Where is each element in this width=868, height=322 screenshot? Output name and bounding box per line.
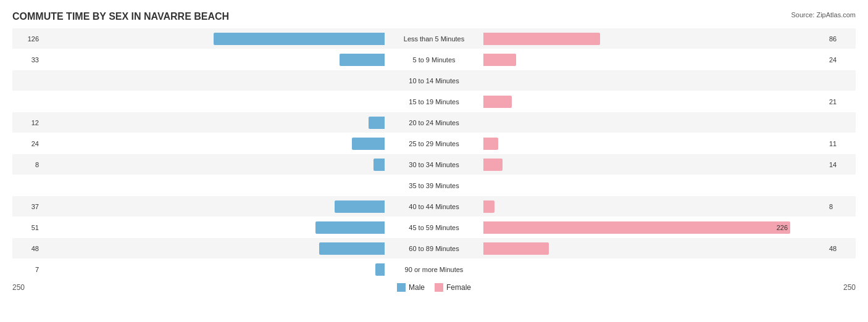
legend-male-label: Male [409,283,425,292]
bar-section: 15 to 19 Minutes [42,91,826,112]
male-value: 33 [12,56,42,64]
row-label: 25 to 29 Minutes [385,140,483,147]
table-row: 24 25 to 29 Minutes 11 [12,133,856,154]
male-bars [42,221,385,234]
bar-male [319,242,385,255]
female-bars [483,180,826,192]
female-bars [483,96,826,108]
female-bars: 226 [483,221,826,234]
female-bars [483,242,826,255]
chart-container: COMMUTE TIME BY SEX IN NAVARRE BEACH Sou… [0,0,868,322]
legend-male-box [397,283,406,292]
male-value: 37 [12,203,42,210]
row-label: 90 or more Minutes [385,266,483,273]
row-label: 40 to 44 Minutes [385,203,483,210]
male-bars [42,33,385,45]
bar-section: 20 to 24 Minutes [42,112,826,133]
chart-footer: 250 Male Female 250 [12,283,856,292]
bar-section: 30 to 34 Minutes [42,154,826,175]
male-value: 7 [12,266,42,273]
male-bars [42,159,385,171]
table-row: 33 5 to 9 Minutes 24 [12,49,856,70]
bar-male [373,159,385,171]
male-value: 12 [12,119,42,126]
table-row: 10 to 14 Minutes [12,70,856,91]
bar-male [315,221,385,234]
female-bars [483,138,826,150]
male-bars [42,75,385,87]
male-bars [42,200,385,213]
bar-section: 25 to 29 Minutes [42,133,826,154]
female-value: 21 [826,98,856,105]
footer-right-scale: 250 [819,283,856,292]
female-value: 14 [826,161,856,168]
chart-title: COMMUTE TIME BY SEX IN NAVARRE BEACH [12,11,856,22]
source-label: Source: ZipAtlas.com [791,11,856,19]
female-value: 48 [826,245,856,252]
legend-female-label: Female [446,283,471,292]
bar-female [483,96,512,108]
male-value: 126 [12,35,42,43]
row-label: 60 to 89 Minutes [385,245,483,252]
table-row: 15 to 19 Minutes 21 [12,91,856,112]
bar-section: 45 to 59 Minutes 226 [42,217,826,237]
bar-section: 10 to 14 Minutes [42,70,826,91]
row-label: 35 to 39 Minutes [385,182,483,189]
female-bars [483,159,826,171]
legend-female-box [435,283,443,292]
male-value: 8 [12,161,42,168]
female-value: 11 [826,140,856,147]
row-label: 15 to 19 Minutes [385,98,483,105]
table-row: 126 Less than 5 Minutes 86 [12,28,856,49]
footer-left-scale: 250 [12,283,49,292]
rows-area: 126 Less than 5 Minutes 86 33 5 to 9 Min… [12,28,856,279]
bar-female [483,200,495,213]
row-label: Less than 5 Minutes [385,35,483,43]
row-label: 45 to 59 Minutes [385,224,483,231]
bar-section: 35 to 39 Minutes [42,175,826,196]
table-row: 48 60 to 89 Minutes 48 [12,238,856,258]
table-row: 37 40 to 44 Minutes 8 [12,196,856,217]
male-value: 51 [12,224,42,231]
bar-male [375,263,385,276]
table-row: 7 90 or more Minutes [12,259,856,279]
bar-section: 5 to 9 Minutes [42,49,826,70]
legend-female: Female [435,283,471,292]
male-bars [42,96,385,108]
row-label: 10 to 14 Minutes [385,77,483,85]
bar-section: Less than 5 Minutes [42,28,826,49]
row-label: 30 to 34 Minutes [385,161,483,168]
male-bars [42,242,385,255]
row-label: 5 to 9 Minutes [385,56,483,64]
male-bars [42,138,385,150]
bar-female [483,33,600,45]
female-value: 24 [826,56,856,64]
male-bars [42,54,385,66]
female-bars [483,33,826,45]
table-row: 35 to 39 Minutes [12,175,856,196]
bar-female [483,138,498,150]
male-value: 24 [12,140,42,147]
bar-section: 40 to 44 Minutes [42,196,826,217]
bar-female [483,159,503,171]
female-value: 8 [826,203,856,210]
female-bars [483,117,826,129]
female-bars [483,263,826,276]
bar-female: 226 [483,221,790,234]
female-bars [483,75,826,87]
bar-male [352,138,385,150]
male-bars [42,263,385,276]
table-row: 51 45 to 59 Minutes 226 [12,217,856,237]
female-value: 86 [826,35,856,43]
bar-section: 60 to 89 Minutes [42,238,826,258]
table-row: 12 20 to 24 Minutes [12,112,856,133]
bar-female [483,54,516,66]
female-bars [483,54,826,66]
male-bars [42,180,385,192]
bar-male [214,33,385,45]
male-value: 48 [12,245,42,252]
bar-male [335,200,385,213]
male-bars [42,117,385,129]
legend-male: Male [397,283,425,292]
bar-female [483,242,549,255]
